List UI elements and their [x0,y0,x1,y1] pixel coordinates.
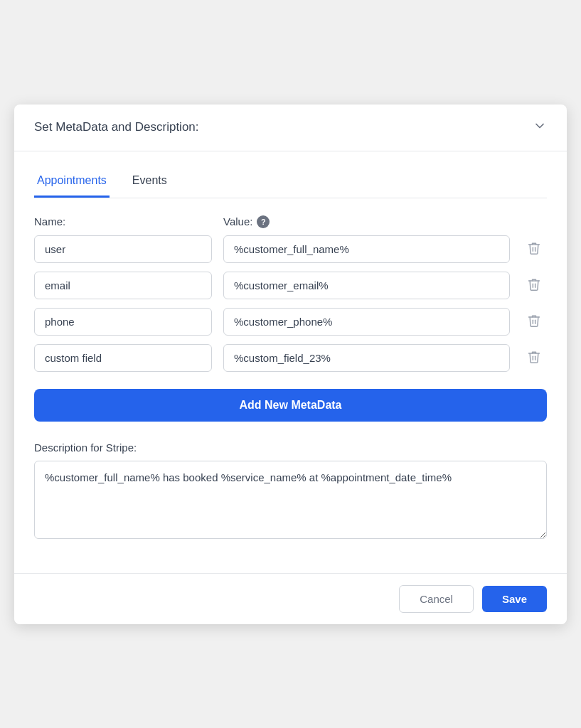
name-input-1[interactable] [34,272,212,299]
metadata-row-0 [34,235,547,263]
value-input-0[interactable] [223,235,510,263]
trash-icon-2 [527,314,541,330]
modal-footer: Cancel Save [14,573,567,624]
tab-events[interactable]: Events [129,168,170,198]
trash-icon-0 [527,241,541,257]
add-metadata-button[interactable]: Add New MetaData [34,389,547,422]
chevron-down-icon[interactable] [533,119,547,136]
delete-button-2[interactable] [521,309,547,334]
tab-appointments[interactable]: Appointments [34,168,110,198]
metadata-row-1 [34,272,547,299]
modal-title: Set MetaData and Description: [34,120,199,134]
trash-icon-3 [527,350,541,366]
metadata-rows-section [34,235,547,372]
modal-header: Set MetaData and Description: [14,105,567,151]
delete-button-0[interactable] [521,237,547,262]
delete-button-1[interactable] [521,273,547,298]
modal-body: Appointments Events Name: Value: ? [14,151,567,573]
cancel-button[interactable]: Cancel [399,585,474,613]
value-input-3[interactable] [223,344,510,372]
description-section: Description for Stripe: [34,441,547,542]
save-button[interactable]: Save [482,586,547,612]
name-input-0[interactable] [34,235,212,263]
name-column-label: Name: [34,215,212,228]
value-column-label: Value: ? [223,215,547,228]
form-labels-row: Name: Value: ? [34,215,547,228]
tabs-container: Appointments Events [34,168,547,198]
value-input-2[interactable] [223,308,510,336]
delete-button-3[interactable] [521,346,547,370]
description-textarea[interactable] [34,461,547,539]
description-label: Description for Stripe: [34,441,547,454]
metadata-row-2 [34,308,547,336]
value-input-1[interactable] [223,272,510,299]
name-input-2[interactable] [34,308,212,336]
name-input-3[interactable] [34,344,212,372]
modal-container: Set MetaData and Description: Appointmen… [14,105,567,624]
help-icon[interactable]: ? [257,215,270,228]
trash-icon-1 [527,277,541,294]
metadata-row-3 [34,344,547,372]
